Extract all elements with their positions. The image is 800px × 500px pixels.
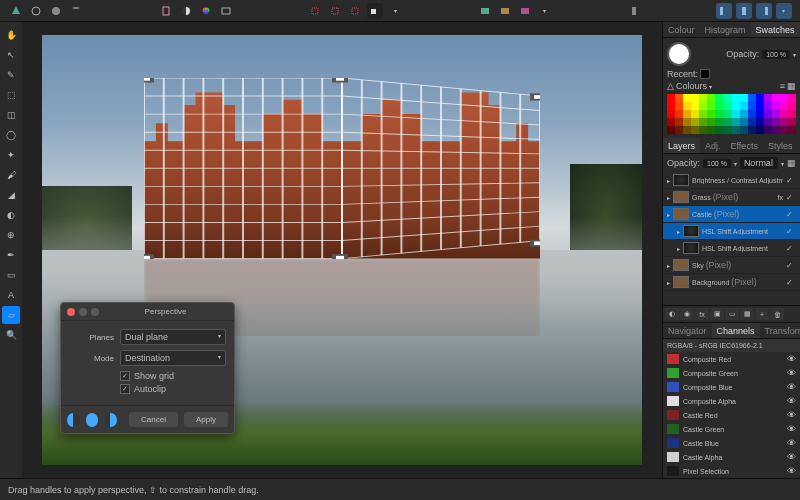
selection-tool[interactable]: ⬚ xyxy=(2,86,20,104)
color-swatch[interactable] xyxy=(780,94,788,102)
layer-item[interactable]: ▸HSL Shift Adjustment✓ xyxy=(663,223,800,240)
layer-expand-icon[interactable]: ▸ xyxy=(667,279,670,286)
auto-contrast-icon[interactable] xyxy=(497,3,513,19)
arrange-more-icon[interactable]: ▾ xyxy=(776,3,792,19)
color-swatch[interactable] xyxy=(756,110,764,118)
layer-item[interactable]: ▸Castle (Pixel)✓ xyxy=(663,206,800,223)
color-swatch[interactable] xyxy=(691,110,699,118)
channel-item[interactable]: Castle Blue👁 xyxy=(663,436,800,450)
channel-visibility-icon[interactable]: 👁 xyxy=(787,452,796,462)
view-mode-icon[interactable] xyxy=(218,3,234,19)
clone-tool[interactable]: ⊕ xyxy=(2,226,20,244)
color-swatch[interactable] xyxy=(699,102,707,110)
tab-histogram[interactable]: Histogram xyxy=(700,22,751,37)
layer-visibility-icon[interactable]: ✓ xyxy=(786,193,796,202)
layer-visibility-icon[interactable]: ✓ xyxy=(786,210,796,219)
perspective-tool[interactable]: ▱ xyxy=(2,306,20,324)
channel-item[interactable]: Castle Red👁 xyxy=(663,408,800,422)
layer-visibility-icon[interactable]: ✓ xyxy=(786,278,796,287)
color-swatch[interactable] xyxy=(707,102,715,110)
flood-select-tool[interactable]: ✦ xyxy=(2,146,20,164)
color-swatch[interactable] xyxy=(764,110,772,118)
channel-item[interactable]: Castle Green👁 xyxy=(663,422,800,436)
layer-expand-icon[interactable]: ▸ xyxy=(667,177,670,184)
color-swatch[interactable] xyxy=(780,118,788,126)
color-swatch[interactable] xyxy=(707,110,715,118)
channel-item[interactable]: Composite Alpha👁 xyxy=(663,394,800,408)
color-swatch[interactable] xyxy=(732,126,740,134)
layer-mask-icon[interactable]: ◐ xyxy=(665,308,679,320)
half-circle-icon[interactable] xyxy=(178,3,194,19)
color-swatch[interactable] xyxy=(699,126,707,134)
layer-adjust-icon[interactable]: ◉ xyxy=(680,308,694,320)
opacity-field[interactable]: 100 % xyxy=(762,50,790,59)
color-swatch[interactable] xyxy=(715,94,723,102)
pen-tool[interactable]: ✒ xyxy=(2,246,20,264)
fill-tool[interactable]: ◢ xyxy=(2,186,20,204)
layer-visibility-icon[interactable]: ✓ xyxy=(786,176,796,185)
color-swatch[interactable] xyxy=(683,110,691,118)
color-swatch[interactable] xyxy=(699,94,707,102)
tab-channels[interactable]: Channels xyxy=(712,323,760,338)
after-icon[interactable] xyxy=(104,413,117,427)
color-swatch[interactable] xyxy=(675,118,683,126)
color-swatch[interactable] xyxy=(748,118,756,126)
apply-button[interactable]: Apply xyxy=(184,412,228,427)
selection-new-icon[interactable] xyxy=(307,3,323,19)
channel-visibility-icon[interactable]: 👁 xyxy=(787,410,796,420)
color-swatch[interactable] xyxy=(748,110,756,118)
color-swatch[interactable] xyxy=(715,118,723,126)
move-tool[interactable]: ↖ xyxy=(2,46,20,64)
affinity-logo-icon[interactable] xyxy=(8,3,24,19)
layer-expand-icon[interactable]: ▸ xyxy=(667,262,670,269)
selection-add-icon[interactable] xyxy=(327,3,343,19)
channel-item[interactable]: Composite Green👁 xyxy=(663,366,800,380)
channel-item[interactable]: Composite Red👁 xyxy=(663,352,800,366)
layer-expand-icon[interactable]: ▸ xyxy=(677,228,680,235)
layer-visibility-icon[interactable]: ✓ xyxy=(786,261,796,270)
layer-expand-icon[interactable]: ▸ xyxy=(667,211,670,218)
color-swatch[interactable] xyxy=(699,118,707,126)
color-swatch[interactable] xyxy=(723,102,731,110)
color-swatch[interactable] xyxy=(780,126,788,134)
color-swatch[interactable] xyxy=(788,102,796,110)
color-swatch[interactable] xyxy=(756,94,764,102)
color-swatch[interactable] xyxy=(748,126,756,134)
color-swatch[interactable] xyxy=(707,118,715,126)
color-swatch[interactable] xyxy=(740,126,748,134)
color-swatch[interactable] xyxy=(723,118,731,126)
color-swatch[interactable] xyxy=(772,94,780,102)
color-swatch[interactable] xyxy=(691,118,699,126)
marquee-tool[interactable]: ◯ xyxy=(2,126,20,144)
layer-group-icon[interactable]: ▭ xyxy=(725,308,739,320)
selection-invert-icon[interactable] xyxy=(367,3,383,19)
mirror-icon[interactable] xyxy=(86,413,99,427)
layer-item[interactable]: ▸Grass (Pixel)fx✓ xyxy=(663,189,800,206)
tab-colour[interactable]: Colour xyxy=(663,22,700,37)
tab-transform[interactable]: Transform xyxy=(760,323,800,338)
color-swatch[interactable] xyxy=(756,126,764,134)
color-swatch[interactable] xyxy=(683,118,691,126)
color-swatch[interactable] xyxy=(707,94,715,102)
color-swatch[interactable] xyxy=(723,94,731,102)
layer-delete-icon[interactable]: 🗑 xyxy=(770,308,784,320)
color-swatch[interactable] xyxy=(691,126,699,134)
channel-visibility-icon[interactable]: 👁 xyxy=(787,382,796,392)
channel-item[interactable]: Castle Alpha👁 xyxy=(663,450,800,464)
layer-visibility-icon[interactable]: ✓ xyxy=(786,227,796,236)
channel-visibility-icon[interactable]: 👁 xyxy=(787,368,796,378)
color-swatch[interactable] xyxy=(748,102,756,110)
color-swatch[interactable] xyxy=(764,118,772,126)
planes-select[interactable]: Dual plane▾ xyxy=(120,329,226,345)
layer-item[interactable]: ▸Brightness / Contrast Adjustme✓ xyxy=(663,172,800,189)
layer-lock-icon[interactable]: ▦ xyxy=(787,158,796,168)
color-grid[interactable] xyxy=(667,94,796,134)
channel-visibility-icon[interactable]: 👁 xyxy=(787,396,796,406)
color-swatch[interactable] xyxy=(675,126,683,134)
close-icon[interactable] xyxy=(67,308,75,316)
auto-levels-icon[interactable] xyxy=(477,3,493,19)
color-swatch[interactable] xyxy=(740,110,748,118)
color-swatch[interactable] xyxy=(764,94,772,102)
perspective-dialog[interactable]: Perspective Planes Dual plane▾ Mode Dest… xyxy=(60,302,235,434)
tab-swatches[interactable]: Swatches xyxy=(751,22,800,37)
